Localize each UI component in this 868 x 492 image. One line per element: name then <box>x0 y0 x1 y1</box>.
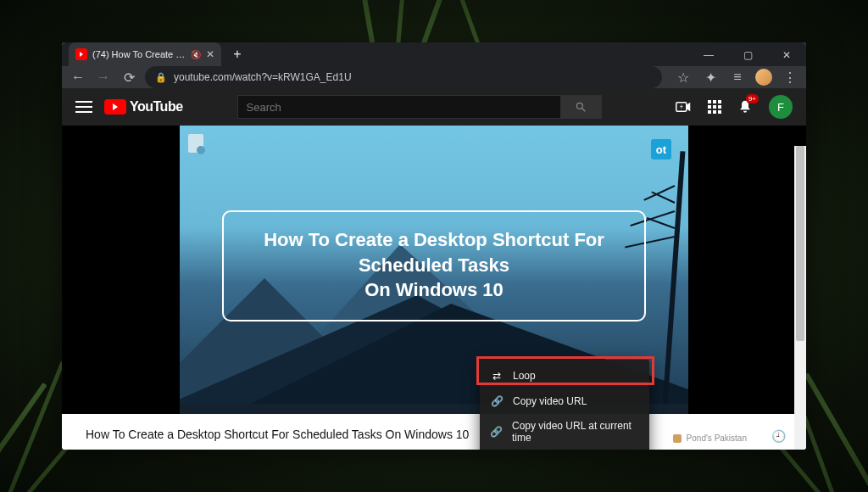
below-player-bar: How To Create a Desktop Shortcut For Sch… <box>62 414 806 450</box>
notifications-icon[interactable]: 9+ <box>738 99 752 115</box>
reload-button[interactable]: ⟳ <box>120 68 138 87</box>
loop-icon: ⇄ <box>490 369 504 383</box>
watch-later-icon[interactable]: 🕘 <box>771 429 786 443</box>
bookmark-star-icon[interactable]: ☆ <box>674 68 693 87</box>
close-window-button[interactable]: ✕ <box>767 42 806 68</box>
video-player-region: ot How To Create a Desktop Shortcut For … <box>62 126 806 414</box>
ctx-copy-url-time[interactable]: 🔗 Copy video URL at current time <box>480 414 649 450</box>
browser-tab[interactable]: (74) How To Create a Deskto 🔇 ✕ <box>69 42 221 66</box>
video-title-overlay: How To Create a Desktop Shortcut For Sch… <box>222 210 646 321</box>
extensions-icon[interactable]: ✦ <box>701 68 720 87</box>
reading-list-icon[interactable]: ≡ <box>728 68 747 87</box>
browser-toolbar: ← → ⟳ 🔒 youtube.com/watch?v=kRW1GA_Ed1U … <box>62 66 806 88</box>
video-context-menu: ⇄ Loop 🔗 Copy video URL 🔗 Copy video URL… <box>480 360 649 450</box>
window-controls: — ▢ ✕ <box>689 42 806 68</box>
page-content: YouTube + 9+ F <box>62 88 806 450</box>
video-title: How To Create a Desktop Shortcut For Sch… <box>86 428 469 441</box>
notification-badge: 9+ <box>746 94 759 103</box>
youtube-wordmark: YouTube <box>130 99 183 115</box>
svg-point-0 <box>576 103 582 109</box>
url-text: youtube.com/watch?v=kRW1GA_Ed1U <box>174 71 352 83</box>
apps-icon[interactable] <box>708 100 721 114</box>
page-scrollbar[interactable] <box>794 146 806 450</box>
back-button[interactable]: ← <box>69 68 87 87</box>
search-bar <box>237 95 602 119</box>
scrollbar-thumb[interactable] <box>796 146 804 341</box>
search-icon <box>575 101 587 113</box>
menu-icon[interactable] <box>75 101 92 113</box>
minimize-button[interactable]: — <box>689 42 728 68</box>
svg-line-1 <box>582 109 586 112</box>
search-input[interactable] <box>237 95 561 119</box>
ctx-label: Copy video URL <box>513 395 587 407</box>
ctx-copy-url[interactable]: 🔗 Copy video URL <box>480 389 649 414</box>
youtube-favicon-icon <box>75 48 87 60</box>
account-avatar[interactable]: F <box>769 95 793 119</box>
link-icon: 🔗 <box>490 394 504 408</box>
overlay-line-2: On Windows 10 <box>241 277 627 303</box>
chrome-menu-icon[interactable]: ⋮ <box>781 68 799 87</box>
ctx-label: Copy video URL at current time <box>512 420 639 444</box>
browser-window: (74) How To Create a Deskto 🔇 ✕ + — ▢ ✕ … <box>62 42 806 450</box>
youtube-play-icon <box>104 99 126 115</box>
titlebar: (74) How To Create a Deskto 🔇 ✕ + — ▢ ✕ <box>62 42 806 66</box>
desktop-file-icon <box>188 134 203 153</box>
tab-close-icon[interactable]: ✕ <box>206 48 214 60</box>
link-icon: 🔗 <box>490 425 503 439</box>
up-next-chip[interactable]: Pond's Pakistan <box>673 433 747 443</box>
ctx-loop[interactable]: ⇄ Loop <box>480 363 649 389</box>
search-button[interactable] <box>561 95 602 119</box>
chrome-profile-avatar[interactable] <box>755 69 772 86</box>
maximize-button[interactable]: ▢ <box>728 42 767 68</box>
youtube-logo[interactable]: YouTube <box>104 99 183 115</box>
address-bar[interactable]: 🔒 youtube.com/watch?v=kRW1GA_Ed1U <box>145 66 662 88</box>
forward-button[interactable]: → <box>94 68 113 87</box>
ctx-label: Loop <box>513 370 536 382</box>
create-icon[interactable]: + <box>676 101 691 113</box>
tab-title: (74) How To Create a Deskto <box>92 49 186 59</box>
audio-icon[interactable]: 🔇 <box>191 50 201 59</box>
overlay-line-1: How To Create a Desktop Shortcut For Sch… <box>241 227 627 277</box>
youtube-header: YouTube + 9+ F <box>62 88 806 126</box>
new-tab-button[interactable]: + <box>226 43 248 65</box>
svg-text:+: + <box>680 103 684 111</box>
lock-icon: 🔒 <box>155 72 167 83</box>
